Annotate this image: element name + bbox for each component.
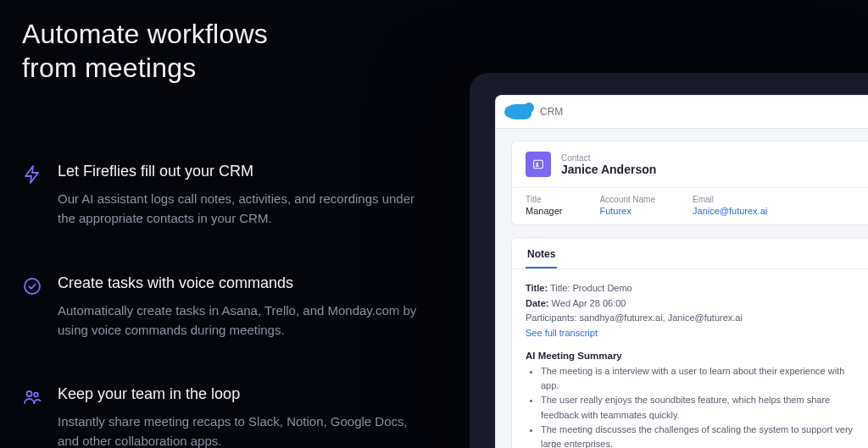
field-value-email[interactable]: Janice@futurex.ai [693,206,767,216]
headline-line1: Automate workflows [22,19,268,49]
lightning-icon [22,164,42,185]
contact-avatar-icon [526,152,551,177]
field-label-account: Account Name [599,195,655,204]
list-item: The meeting is a interview with a user t… [541,364,854,393]
svg-point-0 [25,279,40,294]
team-icon [22,387,42,407]
notes-participants-line: Participants: sandhya@futurex.ai, Janice… [526,311,854,326]
page-headline: Automate workflows from meetings [22,17,437,85]
contact-card: Contact Janice Anderson Title Manager [511,141,868,225]
notes-title-key: Title: [526,283,548,293]
see-transcript-link[interactable]: See full transcript [526,326,854,341]
field-value-title: Manager [526,206,562,216]
field-value-account[interactable]: Futurex [599,206,655,216]
summary-list: The meeting is a interview with a user t… [526,364,854,448]
field-label-email: Email [693,195,767,204]
tab-notes[interactable]: Notes [526,238,557,268]
notes-date-value: Wed Apr 28 06:00 [552,298,626,308]
feature-title: Create tasks with voice commands [58,274,437,292]
contact-name: Janice Anderson [561,163,656,176]
svg-point-2 [34,393,38,397]
divider [512,187,868,188]
feature-body: Instantly share meeting recaps to Slack,… [58,412,422,448]
summary-heading: AI Meeting Summary [526,351,854,361]
feature-title: Let Fireflies fill out your CRM [58,163,437,180]
headline-line2: from meetings [22,53,196,83]
notes-participants-key: Participants: [526,312,577,323]
crm-app-label: CRM [540,106,563,118]
check-circle-icon [22,276,42,296]
salesforce-cloud-icon [508,104,531,119]
svg-point-1 [27,391,32,396]
feature-tasks: Create tasks with voice commands Automat… [22,274,437,340]
feature-team: Keep your team in the loop Instantly sha… [22,385,437,448]
notes-title-value: Title: Product Demo [550,283,632,293]
crm-window: CRM Contact Janice Anderson [495,95,868,448]
svg-point-4 [536,163,538,165]
notes-date-key: Date: [526,298,549,308]
notes-date-line: Date: Wed Apr 28 06:00 [526,296,854,312]
list-item: The meeting discusses the challenges of … [541,423,854,448]
crm-topbar: CRM [496,96,868,129]
svg-rect-3 [534,160,543,168]
feature-crm: Let Fireflies fill out your CRM Our AI a… [22,163,437,229]
notes-participants-value: sandhya@futurex.ai, Janice@futurex.ai [580,312,743,323]
feature-body: Automatically create tasks in Asana, Tre… [58,301,422,340]
contact-type-label: Contact [561,153,656,163]
feature-body: Our AI assistant logs call notes, activi… [58,189,422,229]
device-frame: CRM Contact Janice Anderson [470,73,868,448]
field-label-title: Title [526,195,562,204]
notes-card: Notes Title: Title: Product Demo Date: W… [511,237,868,448]
list-item: The user really enjoys the soundbites fe… [541,393,854,422]
feature-title: Keep your team in the loop [58,385,437,403]
notes-title-line: Title: Title: Product Demo [526,281,854,296]
